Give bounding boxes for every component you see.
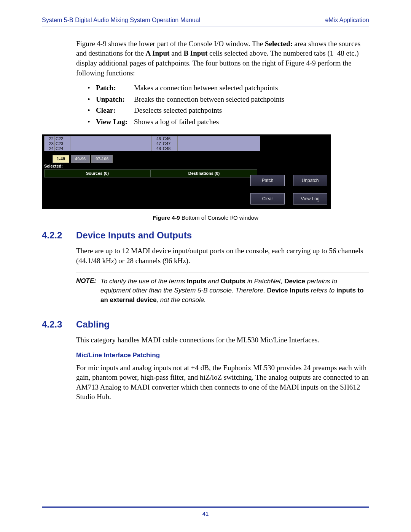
note-label: NOTE: — [76, 277, 100, 305]
desc: Deselects selected patchpoints — [134, 105, 369, 115]
unpatch-button[interactable]: Unpatch — [293, 175, 327, 186]
table-row: 47C47 — [152, 141, 260, 146]
intro-paragraph: Figure 4-9 shows the lower part of the C… — [76, 39, 369, 78]
list-item: View Log: Shows a log of failed patches — [88, 117, 369, 127]
term-viewlog: View Log: — [96, 117, 134, 127]
footer-rule — [42, 506, 369, 508]
header-left: System 5-B Digital Audio Mixing System O… — [42, 16, 200, 24]
selected-label: Selected: — [44, 163, 63, 169]
page-number: 41 — [42, 510, 369, 518]
destinations-header: Destinations (0) — [151, 169, 257, 177]
figure-4-9-image: 22C22 23C23 24C24 46C46 47C47 48C48 1-48… — [42, 134, 331, 209]
tab-49-96[interactable]: 49-96 — [71, 155, 90, 163]
sec-422-body: There are up to 12 MADI device input/out… — [76, 246, 369, 265]
header-rule — [42, 27, 369, 28]
desc: Makes a connection between selected patc… — [134, 83, 369, 93]
desc: Breaks the connection between selected p… — [134, 94, 369, 104]
patchpoint-grid: 22C22 23C23 24C24 46C46 47C47 48C48 — [44, 136, 329, 152]
bullet-icon — [88, 105, 96, 115]
table-row: 46C46 — [152, 136, 260, 141]
note-rule-top — [76, 273, 369, 273]
list-item: Unpatch: Breaks the connection between s… — [88, 94, 369, 104]
bullet-icon — [88, 94, 96, 104]
list-item: Patch: Makes a connection between select… — [88, 83, 369, 93]
term-patch: Patch: — [96, 83, 134, 93]
list-item: Clear: Deselects selected patchpoints — [88, 105, 369, 115]
action-buttons: Patch Unpatch Clear View Log — [250, 175, 327, 204]
note-block: NOTE: To clarify the use of the terms In… — [76, 277, 369, 305]
page-header: System 5-B Digital Audio Mixing System O… — [42, 16, 369, 24]
selected-headers: Sources (0) Destinations (0) — [44, 169, 257, 177]
viewlog-button[interactable]: View Log — [293, 193, 327, 204]
figure-caption: Figure 4-9 Bottom of Console I/O window — [42, 214, 369, 222]
table-row: 48C48 — [152, 146, 260, 151]
page-tabs: 1-48 49-96 97-106 — [53, 155, 113, 163]
clear-button[interactable]: Clear — [250, 193, 285, 204]
sec-423-body: This category handles MADI cable connect… — [76, 335, 369, 345]
note-rule-bottom — [76, 312, 369, 312]
term-clear: Clear: — [96, 105, 134, 115]
table-row: 24C24 — [45, 146, 153, 151]
table-row: 22C22 — [45, 136, 153, 141]
header-right: eMix Application — [325, 16, 369, 24]
term-unpatch: Unpatch: — [96, 94, 134, 104]
bullet-icon — [88, 83, 96, 93]
heading-4-2-3: 4.2.3 Cabling — [42, 318, 369, 331]
subheading-micline: Mic/Line Interface Patching — [76, 351, 369, 360]
tab-97-106[interactable]: 97-106 — [91, 155, 113, 163]
patch-button[interactable]: Patch — [250, 175, 285, 186]
bullet-icon — [88, 117, 96, 127]
table-row: 23C23 — [45, 141, 153, 146]
note-body: To clarify the use of the terms Inputs a… — [100, 277, 369, 305]
button-function-list: Patch: Makes a connection between select… — [88, 83, 369, 127]
sec-423-sub-body: For mic inputs and analog inputs not at … — [76, 363, 369, 402]
heading-4-2-2: 4.2.2 Device Inputs and Outputs — [42, 229, 369, 241]
sources-header: Sources (0) — [44, 169, 151, 177]
tab-1-48[interactable]: 1-48 — [53, 155, 69, 163]
desc: Shows a log of failed patches — [134, 117, 369, 127]
